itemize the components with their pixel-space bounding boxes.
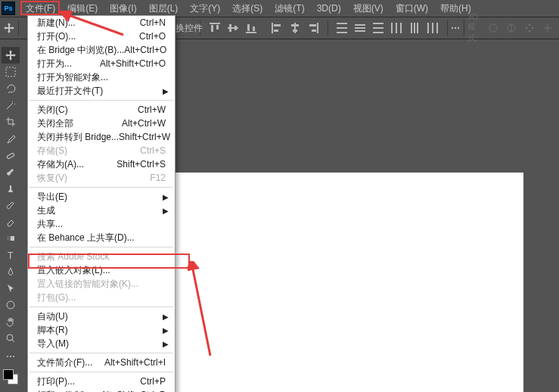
svg-rect-27 bbox=[391, 23, 393, 33]
svg-rect-5 bbox=[234, 26, 237, 30]
menu-item-9[interactable]: 关闭并转到 Bridge...Shift+Ctrl+W bbox=[28, 130, 175, 144]
dist-top-icon[interactable] bbox=[335, 21, 349, 35]
svg-rect-25 bbox=[373, 27, 384, 29]
menu-item-3[interactable]: 打开为...Alt+Shift+Ctrl+O bbox=[28, 57, 175, 70]
menu-item-16[interactable]: 共享... bbox=[28, 217, 175, 231]
menu-item-25[interactable]: 脚本(R)▶ bbox=[28, 323, 175, 337]
eraser-tool[interactable] bbox=[2, 213, 20, 230]
move-tool[interactable] bbox=[2, 47, 20, 64]
healing-tool[interactable] bbox=[2, 147, 20, 163]
svg-point-47 bbox=[7, 334, 13, 341]
menu-item-28[interactable]: 文件简介(F)...Alt+Shift+Ctrl+I bbox=[28, 356, 175, 369]
roll-3d-icon[interactable] bbox=[505, 21, 518, 35]
menu-item-label: 存储为(A)... bbox=[37, 158, 84, 171]
menu-item-label: 关闭全部 bbox=[37, 117, 73, 130]
align-vcenter-icon[interactable] bbox=[226, 21, 240, 35]
align-right-icon[interactable] bbox=[306, 21, 320, 35]
align-hcenter-icon[interactable] bbox=[288, 21, 302, 35]
crop-tool[interactable] bbox=[2, 114, 20, 130]
svg-rect-13 bbox=[291, 24, 299, 26]
menu-item-8[interactable]: 关闭全部Alt+Ctrl+W bbox=[28, 117, 175, 130]
hand-tool[interactable] bbox=[2, 313, 20, 330]
svg-rect-21 bbox=[355, 24, 365, 26]
submenu-arrow-icon: ▶ bbox=[163, 87, 169, 95]
svg-rect-18 bbox=[337, 23, 347, 24]
menu-3d[interactable]: 3D(D) bbox=[311, 1, 347, 16]
menu-filter[interactable]: 滤镜(T) bbox=[269, 0, 310, 17]
eyedropper-tool[interactable] bbox=[2, 130, 20, 147]
menu-item-label: 导出(E) bbox=[37, 191, 67, 204]
dist-bottom-icon[interactable] bbox=[371, 21, 385, 35]
history-brush-tool[interactable] bbox=[2, 197, 20, 213]
svg-rect-31 bbox=[414, 23, 415, 33]
menu-item-0[interactable]: 新建(N)...Ctrl+N bbox=[28, 16, 175, 30]
align-top-icon[interactable] bbox=[208, 21, 222, 35]
menu-item-shortcut: Shift+Ctrl+S bbox=[116, 159, 166, 170]
menu-item-11[interactable]: 存储为(A)...Shift+Ctrl+S bbox=[28, 157, 175, 171]
svg-rect-7 bbox=[247, 24, 250, 31]
stamp-tool[interactable] bbox=[2, 180, 20, 197]
distribute-group bbox=[331, 21, 444, 35]
submenu-arrow-icon: ▶ bbox=[163, 193, 169, 201]
foreground-color-swatch[interactable] bbox=[3, 369, 14, 380]
menu-item-label: 打印一份(Y) bbox=[37, 389, 85, 393]
zoom-tool[interactable] bbox=[2, 330, 20, 347]
menu-type[interactable]: 文字(Y) bbox=[184, 0, 226, 17]
menu-item-17[interactable]: 在 Behance 上共享(D)... bbox=[28, 231, 175, 244]
menu-item-4[interactable]: 打开为智能对象... bbox=[28, 70, 175, 84]
menu-item-20[interactable]: 置入嵌入对象(L)... bbox=[28, 263, 175, 277]
color-swatches[interactable] bbox=[2, 368, 20, 387]
document-canvas[interactable] bbox=[175, 173, 523, 392]
menu-item-14[interactable]: 导出(E)▶ bbox=[28, 190, 175, 204]
svg-rect-16 bbox=[309, 24, 316, 26]
svg-rect-0 bbox=[210, 23, 220, 24]
dist-right-icon[interactable] bbox=[426, 21, 439, 35]
svg-point-39 bbox=[489, 24, 497, 32]
path-select-tool[interactable] bbox=[2, 280, 20, 297]
magic-wand-tool[interactable] bbox=[2, 97, 20, 114]
edit-toolbar-icon[interactable] bbox=[2, 350, 20, 363]
svg-rect-44 bbox=[7, 236, 11, 241]
mode-3d-icons bbox=[482, 21, 559, 35]
dist-hcenter-icon[interactable] bbox=[408, 21, 421, 35]
overflow-icon[interactable] bbox=[450, 21, 461, 35]
orbit-3d-icon[interactable] bbox=[486, 21, 500, 35]
menu-item-30[interactable]: 打印(P)...Ctrl+P bbox=[28, 375, 175, 388]
menu-select[interactable]: 选择(S) bbox=[226, 0, 269, 17]
menu-item-shortcut: Ctrl+W bbox=[138, 104, 166, 115]
menu-item-24[interactable]: 自动(U)▶ bbox=[28, 310, 175, 323]
align-left-icon[interactable] bbox=[270, 21, 284, 35]
submenu-arrow-icon: ▶ bbox=[163, 207, 169, 215]
menu-item-31[interactable]: 打印一份(Y)Alt+Shift+Ctrl+P bbox=[28, 388, 175, 392]
brush-tool[interactable] bbox=[2, 163, 20, 180]
menu-window[interactable]: 窗口(W) bbox=[390, 0, 434, 17]
menu-view[interactable]: 视图(V) bbox=[347, 0, 390, 17]
menu-item-2[interactable]: 在 Bridge 中浏览(B)...Alt+Ctrl+O bbox=[28, 43, 175, 57]
gradient-tool[interactable] bbox=[2, 230, 20, 247]
align-bottom-icon[interactable] bbox=[244, 21, 258, 35]
menu-item-label: 存储(S) bbox=[37, 145, 67, 157]
menu-item-7[interactable]: 关闭(C)Ctrl+W bbox=[28, 103, 175, 117]
svg-rect-17 bbox=[312, 30, 316, 32]
shape-tool[interactable] bbox=[2, 297, 20, 313]
marquee-tool[interactable] bbox=[2, 64, 20, 80]
menu-item-15[interactable]: 生成▶ bbox=[28, 204, 175, 217]
svg-rect-33 bbox=[427, 23, 429, 33]
menu-item-5[interactable]: 最近打开文件(T)▶ bbox=[28, 84, 175, 98]
pen-tool[interactable] bbox=[2, 263, 20, 280]
svg-rect-35 bbox=[436, 23, 438, 33]
menu-item-26[interactable]: 导入(M)▶ bbox=[28, 337, 175, 350]
move-tool-icon[interactable] bbox=[3, 21, 15, 35]
slide-3d-icon[interactable] bbox=[541, 21, 554, 35]
menu-item-1[interactable]: 打开(O)...Ctrl+O bbox=[28, 30, 175, 43]
menu-separator bbox=[30, 353, 173, 353]
dist-left-icon[interactable] bbox=[390, 21, 403, 35]
svg-point-50 bbox=[13, 356, 14, 357]
menu-item-label: 置入链接的智能对象(K)... bbox=[37, 278, 138, 291]
type-tool[interactable]: T bbox=[2, 247, 20, 263]
options-transform-controls-label: 换控件 bbox=[175, 22, 203, 35]
lasso-tool[interactable] bbox=[2, 80, 20, 97]
dist-vcenter-icon[interactable] bbox=[353, 21, 367, 35]
menu-item-12: 恢复(V)F12 bbox=[28, 171, 175, 185]
pan-3d-icon[interactable] bbox=[523, 21, 536, 35]
